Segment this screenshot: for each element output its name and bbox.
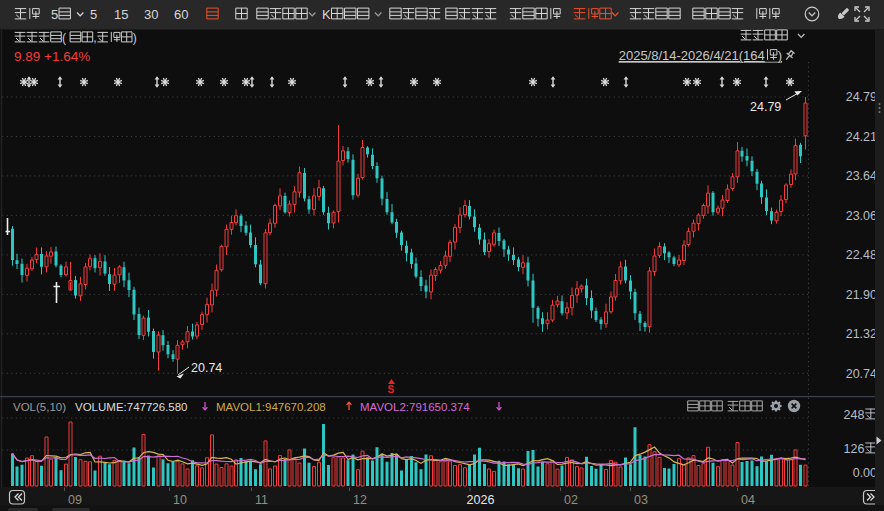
svg-text:23.64: 23.64 xyxy=(846,169,877,183)
svg-text:24.79: 24.79 xyxy=(846,90,877,104)
svg-text:S: S xyxy=(388,384,395,395)
svg-text:): ) xyxy=(133,31,137,45)
svg-text:2026: 2026 xyxy=(467,493,495,507)
svg-text:MAVOL2:791650.374: MAVOL2:791650.374 xyxy=(360,401,470,413)
svg-text:248: 248 xyxy=(844,408,865,422)
svg-text:04: 04 xyxy=(741,493,755,507)
svg-text:20.74: 20.74 xyxy=(846,367,877,381)
svg-text:24.79: 24.79 xyxy=(750,100,781,114)
svg-text:0.00: 0.00 xyxy=(853,466,877,480)
svg-text:24.21: 24.21 xyxy=(846,130,877,144)
svg-text:5: 5 xyxy=(90,7,97,22)
svg-text:,: , xyxy=(93,31,96,45)
svg-text:K: K xyxy=(322,7,331,22)
svg-text:2025/8/14-2026/4/21(164: 2025/8/14-2026/4/21(164 xyxy=(619,48,765,63)
svg-text:11: 11 xyxy=(255,493,268,507)
svg-text:22.48: 22.48 xyxy=(846,248,877,262)
svg-text:5: 5 xyxy=(51,7,58,22)
svg-text:VOLUME:747726.580: VOLUME:747726.580 xyxy=(75,401,188,413)
svg-text:126: 126 xyxy=(844,442,865,456)
svg-text:20.74: 20.74 xyxy=(191,361,222,375)
svg-text:VOL(5,10): VOL(5,10) xyxy=(13,401,66,413)
svg-text:MAVOL1:947670.208: MAVOL1:947670.208 xyxy=(216,401,326,413)
svg-text:21.32: 21.32 xyxy=(846,327,877,341)
svg-text:30: 30 xyxy=(144,7,158,22)
svg-text:10: 10 xyxy=(173,493,187,507)
svg-text:03: 03 xyxy=(634,493,648,507)
svg-text:09: 09 xyxy=(68,493,82,507)
svg-text:15: 15 xyxy=(114,7,128,22)
svg-text:9.89 +1.64%: 9.89 +1.64% xyxy=(14,49,90,64)
svg-text:23.06: 23.06 xyxy=(846,209,877,223)
svg-text:12: 12 xyxy=(353,493,367,507)
svg-text:): ) xyxy=(778,48,782,63)
svg-text:(: ( xyxy=(62,31,66,45)
svg-text:21.90: 21.90 xyxy=(846,288,877,302)
svg-text:02: 02 xyxy=(564,493,578,507)
svg-text:60: 60 xyxy=(174,7,188,22)
